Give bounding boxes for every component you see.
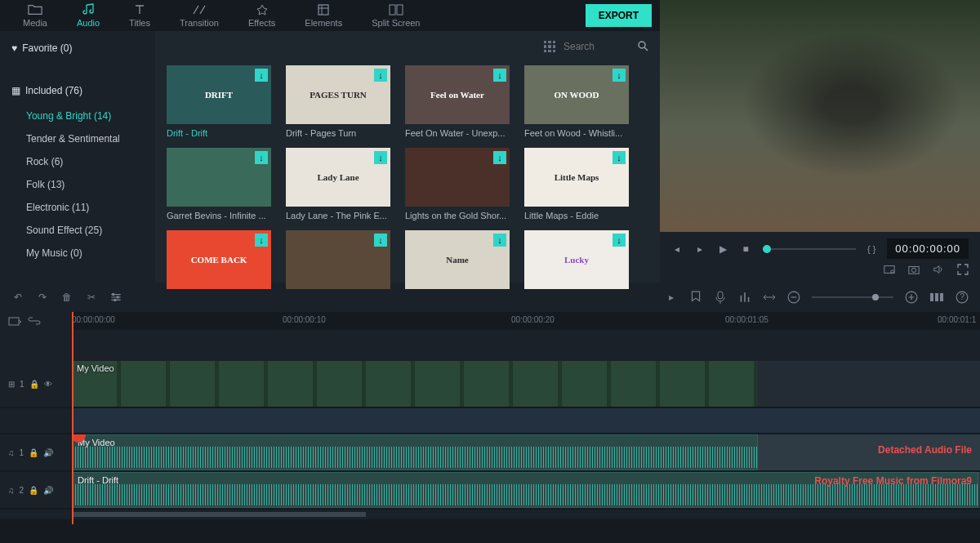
elements-icon [316, 3, 331, 16]
download-icon[interactable]: ↓ [374, 69, 387, 82]
stop-icon[interactable]: ■ [740, 243, 751, 255]
tab-elements[interactable]: Elements [290, 0, 357, 31]
clip-thumb[interactable]: Feel on Water↓Feet On Water - Unexp... [405, 65, 510, 138]
play-icon[interactable]: ▶ [717, 243, 728, 255]
download-icon[interactable]: ↓ [612, 234, 626, 247]
timeline-ruler[interactable]: 00:00:00:00 00:00:00:10 00:00:00:20 00:0… [72, 312, 980, 330]
zoom-out-icon[interactable] [787, 291, 800, 304]
sidebar-item-young[interactable]: Young & Bright (14) [0, 105, 155, 127]
undo-icon[interactable]: ↶ [11, 291, 24, 304]
download-icon[interactable]: ↓ [493, 234, 506, 247]
clip-thumb[interactable]: Name↓ [405, 230, 510, 289]
video-clip[interactable]: My Video [72, 361, 758, 407]
audio-track-1[interactable]: ♫1🔒🔊 My Video Detached Audio File [0, 434, 980, 470]
download-icon[interactable]: ↓ [255, 69, 268, 82]
svg-point-5 [891, 270, 894, 274]
redo-icon[interactable]: ↷ [36, 291, 49, 304]
tab-media[interactable]: Media [8, 0, 62, 31]
sidebar-item-rock[interactable]: Rock (6) [0, 150, 155, 173]
clip-thumb[interactable]: ↓Garret Bevins - Infinite ... [167, 148, 271, 220]
clip-thumb[interactable]: Lucky↓ [524, 230, 629, 289]
included-header[interactable]: ▦Included (76) [0, 77, 155, 105]
download-icon[interactable]: ↓ [493, 151, 506, 164]
sidebar-item-electronic[interactable]: Electronic (11) [0, 196, 155, 219]
clip-thumb[interactable]: COME BACK↓ [167, 230, 271, 289]
lock-icon[interactable]: 🔒 [29, 486, 38, 495]
h-scrollbar[interactable] [72, 512, 366, 517]
sidebar-item-soundeffect[interactable]: Sound Effect (25) [0, 219, 155, 242]
help-icon[interactable]: ? [956, 291, 969, 304]
search-icon[interactable] [637, 40, 648, 54]
clip-thumb[interactable]: Lady Lane↓Lady Lane - The Pink E... [286, 148, 390, 220]
preview-viewport[interactable] [660, 0, 980, 232]
annotation-royaltyfree: Royalty Free Music from Filmora9 [814, 475, 972, 488]
speaker-icon[interactable]: 🔊 [43, 448, 53, 457]
prev-frame-icon[interactable]: ◂ [671, 243, 683, 255]
quality-icon[interactable] [884, 264, 895, 275]
volume-icon[interactable] [933, 264, 944, 275]
download-icon[interactable]: ↓ [493, 69, 506, 82]
download-icon[interactable]: ↓ [255, 234, 268, 247]
mixer-icon[interactable] [738, 291, 751, 304]
record-icon[interactable] [714, 291, 727, 304]
tracks-icon[interactable] [929, 291, 944, 304]
svg-point-8 [112, 293, 114, 296]
fit-icon[interactable] [763, 291, 776, 304]
clip-thumb[interactable]: PAGES TURN↓Drift - Pages Turn [286, 65, 390, 138]
play-back-icon[interactable]: ▸ [694, 243, 706, 255]
sidebar-item-mymusic[interactable]: My Music (0) [0, 242, 155, 265]
lock-icon[interactable]: 🔒 [29, 380, 39, 389]
library-panel: Media Audio Titles Transition Effects El… [0, 0, 660, 283]
eye-icon[interactable]: 👁 [44, 380, 52, 389]
svg-rect-14 [930, 293, 933, 301]
braces-icon[interactable]: { } [867, 243, 875, 255]
preview-panel: ◂ ▸ ▶ ■ { } 00:00:00:00 [660, 0, 980, 283]
clip-thumb[interactable]: ON WOOD↓Feet on Wood - Whistli... [524, 65, 629, 138]
audio-clip-1[interactable]: My Video [72, 434, 758, 470]
playhead-slider[interactable] [763, 248, 856, 250]
link-icon[interactable] [28, 314, 41, 327]
clip-thumb[interactable]: DRIFT↓Drift - Drift [167, 65, 271, 138]
download-icon[interactable]: ↓ [612, 151, 626, 164]
render-icon[interactable]: ▸ [665, 291, 678, 304]
manage-tracks-icon[interactable] [8, 314, 21, 327]
clip-browser: DRIFT↓Drift - DriftPAGES TURN↓Drift - Pa… [155, 31, 660, 302]
audio-track-2[interactable]: ♫2🔒🔊 Drift - Drift Royalty Free Music fr… [0, 472, 980, 508]
fullscreen-icon[interactable] [957, 264, 969, 275]
zoom-in-icon[interactable] [905, 291, 918, 304]
download-icon[interactable]: ↓ [374, 151, 387, 164]
delete-icon[interactable]: 🗑 [60, 291, 74, 304]
music-icon: ♫ [8, 448, 15, 457]
tab-titles[interactable]: Titles [114, 0, 165, 31]
tab-audio[interactable]: Audio [62, 0, 114, 31]
clip-thumb[interactable]: Little Maps↓Little Maps - Eddie [524, 148, 629, 220]
marker-icon[interactable] [689, 291, 702, 304]
playhead-marker[interactable] [72, 312, 74, 524]
cut-icon[interactable]: ✂ [85, 291, 98, 304]
lock-icon[interactable]: 🔒 [29, 448, 38, 457]
download-icon[interactable]: ↓ [255, 151, 268, 164]
video-track-1[interactable]: ⊞1🔒👁 My Video [0, 361, 980, 407]
export-button[interactable]: EXPORT [586, 4, 652, 27]
clip-label: Feet On Water - Unexp... [405, 128, 510, 138]
view-grid-icon[interactable] [544, 41, 555, 52]
speaker-icon[interactable]: 🔊 [43, 486, 53, 495]
sidebar-item-folk[interactable]: Folk (13) [0, 173, 155, 196]
tab-transition[interactable]: Transition [165, 0, 234, 31]
clip-label: Garret Bevins - Infinite ... [167, 211, 271, 220]
clip-label: Drift - Drift [167, 128, 271, 138]
clip-thumb[interactable]: ↓ [286, 230, 390, 289]
music-icon [81, 3, 96, 16]
zoom-slider[interactable] [812, 296, 893, 298]
snapshot-icon[interactable] [908, 264, 920, 275]
search-input[interactable] [564, 41, 629, 52]
tab-effects[interactable]: Effects [234, 0, 290, 31]
tab-splitscreen[interactable]: Split Screen [357, 0, 434, 31]
heart-icon: ♥ [11, 42, 17, 54]
download-icon[interactable]: ↓ [612, 69, 626, 82]
download-icon[interactable]: ↓ [374, 234, 387, 247]
clip-thumb[interactable]: ↓Lights on the Gold Shor... [405, 148, 510, 220]
favorite-header[interactable]: ♥Favorite (0) [0, 34, 155, 62]
adjust-icon[interactable] [109, 291, 122, 304]
sidebar-item-tender[interactable]: Tender & Sentimental [0, 127, 155, 150]
